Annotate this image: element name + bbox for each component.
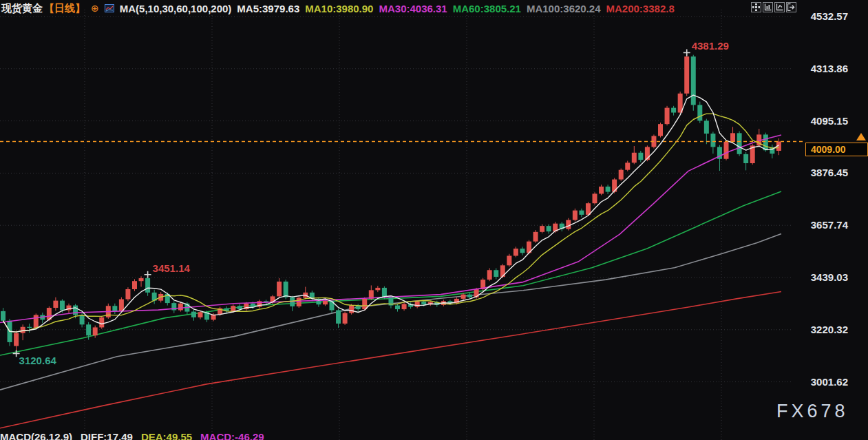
candle <box>606 187 611 192</box>
candle <box>125 289 130 300</box>
candle <box>330 301 335 311</box>
candle <box>724 142 729 159</box>
candle <box>743 154 748 163</box>
candle <box>191 312 196 317</box>
macd-value: MACD:-46.29 <box>200 431 264 440</box>
period-label: 【日线】 <box>44 2 85 15</box>
watermark: FX678 <box>776 401 849 422</box>
ma-params-label: MA(5,10,30,60,100,200) <box>120 3 232 14</box>
candle <box>73 306 78 315</box>
candle <box>697 105 702 121</box>
candle <box>507 255 511 265</box>
candle <box>737 133 742 154</box>
candle <box>421 302 426 304</box>
candle <box>658 124 663 136</box>
share-icon[interactable] <box>786 2 796 12</box>
chart-legend-bar: 现货黄金 【日线】 ⊕ MA(5,10,30,60,100,200) MA5:3… <box>0 0 675 17</box>
extreme-cross-icon <box>684 49 690 56</box>
indicator-pane-icon[interactable] <box>763 2 773 12</box>
candle <box>586 203 591 215</box>
candle <box>638 153 643 160</box>
candle <box>198 312 203 317</box>
candle <box>612 180 617 192</box>
candle <box>336 310 341 323</box>
candle <box>625 163 630 169</box>
ma200-line <box>0 292 781 428</box>
current-price-value: 4009.00 <box>811 144 846 155</box>
ma10-value: MA10:3980.90 <box>305 3 373 14</box>
candle <box>382 288 387 297</box>
axis-price-label: 3439.03 <box>811 271 848 283</box>
candle <box>284 282 288 297</box>
axis-price-label: 4313.86 <box>811 63 848 74</box>
candle <box>671 108 676 113</box>
candlestick-chart[interactable]: 4381.293451.143120.644532.574313.864095.… <box>0 0 868 440</box>
candle <box>579 211 584 215</box>
candle <box>461 295 466 299</box>
candle <box>540 226 544 232</box>
candle <box>178 304 183 311</box>
ma100-line <box>0 234 781 390</box>
candle <box>277 282 282 296</box>
macd-dea-value: DEA:49.55 <box>141 431 192 440</box>
axis-price-label: 4095.15 <box>811 115 848 127</box>
candle <box>231 306 235 311</box>
candle <box>323 301 328 305</box>
axis-price-label: 4532.57 <box>811 10 848 22</box>
candle <box>599 187 604 193</box>
candle <box>494 270 498 277</box>
candle <box>467 295 472 297</box>
candle <box>119 300 124 311</box>
candle <box>53 301 58 308</box>
axis-price-label: 3220.32 <box>811 324 848 335</box>
candle <box>139 278 144 281</box>
candle <box>112 306 117 311</box>
candle <box>14 333 19 346</box>
candle <box>704 121 709 134</box>
candle <box>665 108 670 125</box>
candle <box>415 302 420 307</box>
candle <box>86 324 91 335</box>
candle <box>34 315 39 328</box>
candle <box>21 327 25 333</box>
candle <box>684 56 689 94</box>
candle <box>619 170 624 180</box>
candle <box>593 193 597 203</box>
price-up-arrow-icon <box>856 133 866 140</box>
chart-toolbar <box>751 2 796 12</box>
candle <box>99 317 104 328</box>
current-price-tag: 4009.00 <box>805 143 868 156</box>
candle <box>487 270 492 280</box>
ma30-value: MA30:4036.31 <box>379 3 447 14</box>
mini-chart-icon <box>105 4 114 12</box>
ma30-line <box>0 135 781 322</box>
price-annotation: 3451.14 <box>153 262 191 274</box>
candle <box>297 297 301 306</box>
candle <box>1 311 6 321</box>
candle <box>691 56 696 105</box>
candle <box>27 327 32 328</box>
axis-price-label: 3876.45 <box>811 167 848 178</box>
expand-icon[interactable]: ⊕ <box>91 3 99 13</box>
candle <box>514 249 518 255</box>
candle <box>547 226 551 231</box>
extreme-cross-icon <box>145 271 151 278</box>
candle <box>520 249 525 253</box>
macd-diff-value: DIFF:17.49 <box>81 431 133 440</box>
candle <box>93 327 98 335</box>
candle <box>145 278 150 293</box>
price-annotation: 4381.29 <box>692 40 729 52</box>
axis-price-label: 3001.62 <box>811 376 848 388</box>
candle <box>349 306 354 313</box>
candle <box>533 232 538 242</box>
candle <box>566 220 571 229</box>
axis-price-label: 3657.74 <box>811 219 849 231</box>
candle <box>60 301 65 311</box>
candle <box>402 304 407 309</box>
axis-pane-icon[interactable] <box>774 2 785 12</box>
candle <box>763 134 768 150</box>
candle <box>395 306 400 310</box>
ma100-value: MA100:3620.24 <box>527 3 601 14</box>
crosshair-move-icon[interactable] <box>751 2 761 12</box>
candle <box>632 153 637 163</box>
